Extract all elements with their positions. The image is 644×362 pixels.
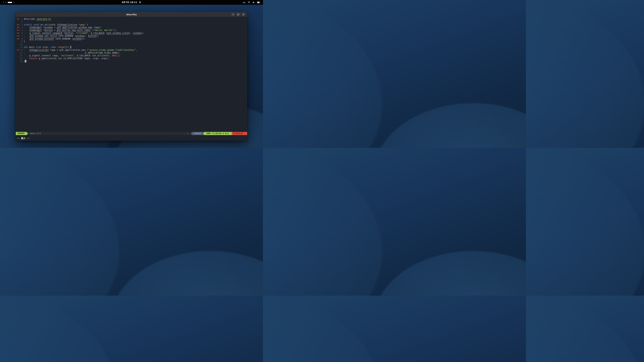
window-titlebar[interactable]: Alacritty − × <box>16 12 247 17</box>
code-text: ¦ gtk_window_present (GTK_WINDOW (window… <box>24 37 85 40</box>
code-text: int main (int argc, char *argv[]) { <box>24 46 72 49</box>
change-sign <box>16 51 19 54</box>
change-sign <box>16 43 19 46</box>
code-line[interactable]: 11int main (int argc, char *argv[]) { <box>16 46 247 49</box>
wifi-icon[interactable] <box>248 1 250 3</box>
code-text: ¦ g_signal_connect (app, "activate", G_C… <box>24 54 120 57</box>
cursor-position-label: 100% ☰:16/16 ≡ ℅:2 <box>204 132 230 135</box>
change-sign <box>16 46 19 49</box>
window-title: Alacritty <box>16 13 247 16</box>
code-line[interactable]: >>5¦ GtkWidget *button = gtk_button_new_… <box>16 29 247 32</box>
code-line[interactable]: >>12¦ GtkApplication *app = gtk_applicat… <box>16 49 247 51</box>
line-number: 4 <box>20 26 23 29</box>
workspace-dot[interactable] <box>5 2 6 3</box>
code-text: ¦ g_signal_connect_swapped (button, "cli… <box>24 32 144 34</box>
code-line[interactable]: >>6¦ g_signal_connect_swapped (button, "… <box>16 32 247 34</box>
change-sign: >> <box>16 32 20 34</box>
mode-indicator: INSERT <box>16 132 26 135</box>
code-text: ¦ gtk_window_set_child (GTK_WINDOW (wind… <box>24 34 99 37</box>
code-line[interactable]: >>3static void on_activate (GtkApplicati… <box>16 23 247 26</box>
powerline-separator <box>230 132 232 135</box>
change-sign: >> <box>16 29 20 32</box>
vim-statusline: INSERT main.c[+] c [unix] 100% ☰:16/16 ≡… <box>16 132 247 135</box>
alacritty-window: Alacritty − × >>1#include <gtk/gtk.h>2>>… <box>16 12 247 141</box>
fileformat-label: [unix] <box>192 132 203 135</box>
code-line[interactable]: 16} <box>16 60 247 63</box>
code-text: #include <gtk/gtk.h> <box>24 17 51 20</box>
line-number: 12 <box>20 49 23 51</box>
change-sign: >> <box>16 37 20 40</box>
line-number: 15 <box>19 57 22 60</box>
line-number: 5 <box>20 29 23 32</box>
code-text: ¦ GtkWidget *button = gtk_button_new_wit… <box>24 29 117 32</box>
code-line[interactable]: 10 <box>16 43 247 46</box>
code-line[interactable]: >>7¦ gtk_window_set_child (GTK_WINDOW (w… <box>16 34 247 37</box>
code-text: } <box>24 60 26 63</box>
system-status-area[interactable]: en <box>243 1 260 4</box>
change-sign <box>16 57 19 60</box>
top-bar: 9月7日 19:11 en <box>0 0 263 5</box>
line-number: 2 <box>19 20 22 23</box>
code-line[interactable]: 9} <box>16 40 247 43</box>
line-number: 10 <box>19 43 22 46</box>
change-sign <box>16 54 19 57</box>
line-number: 11 <box>19 46 22 49</box>
code-line[interactable]: 13¦ ¦ ¦ ¦ ¦ ¦ ¦ ¦ ¦ ¦ ¦ ¦G_APPLICATION_F… <box>16 51 247 54</box>
line-number: 6 <box>20 32 23 34</box>
vim-commandline: -- 插入 -- <box>16 135 247 141</box>
close-button[interactable]: × <box>242 13 245 16</box>
change-sign: >> <box>16 17 20 20</box>
clock-menu[interactable]: 9月7日 19:11 <box>122 1 141 4</box>
diagnostics-label: E:21(L1) <box>232 132 247 135</box>
line-number: 3 <box>20 23 23 26</box>
code-text: ¦ GtkApplication *app = gtk_application_… <box>24 49 137 51</box>
maximize-icon <box>238 14 239 15</box>
code-line[interactable]: 2 <box>16 20 247 23</box>
line-number: 9 <box>19 40 22 43</box>
change-sign: >> <box>16 26 20 29</box>
line-number: 1 <box>20 17 23 20</box>
filetype-label: c <box>187 132 188 135</box>
keyboard-layout-indicator[interactable]: en <box>243 1 246 4</box>
code-line[interactable]: >>1#include <gtk/gtk.h> <box>16 17 247 20</box>
change-sign <box>16 60 19 63</box>
code-line[interactable]: 14¦ g_signal_connect (app, "activate", G… <box>16 54 247 57</box>
filename-label: main.c[+] <box>30 132 41 135</box>
cursor-block <box>25 60 26 62</box>
code-text: } <box>24 40 25 43</box>
workspace-active-pill[interactable] <box>8 2 12 3</box>
clock-label: 9月7日 19:11 <box>122 1 137 4</box>
workspace-dot[interactable] <box>3 2 4 3</box>
powerline-separator <box>191 132 192 135</box>
line-number: 7 <box>20 34 23 37</box>
change-sign: >> <box>16 34 20 37</box>
code-line[interactable]: >>8¦ gtk_window_present (GTK_WINDOW (win… <box>16 37 247 40</box>
change-sign: >> <box>16 49 20 51</box>
minimize-button[interactable]: − <box>231 13 234 16</box>
volume-icon[interactable] <box>252 1 255 3</box>
line-number: 16 <box>19 60 22 63</box>
code-text: ¦ ¦ ¦ ¦ ¦ ¦ ¦ ¦ ¦ ¦ ¦ ¦G_APPLICATION_FLA… <box>24 51 120 54</box>
powerline-separator <box>203 132 204 135</box>
notifications-muted-icon <box>139 1 141 3</box>
change-sign <box>16 20 19 23</box>
code-text: ¦ return g_application_run (G_APPLICATIO… <box>24 57 110 60</box>
battery-icon[interactable] <box>257 1 260 3</box>
change-sign <box>16 40 19 43</box>
editor-lines: >>1#include <gtk/gtk.h>2>>3static void o… <box>16 17 247 63</box>
line-number: 13 <box>19 51 22 54</box>
line-number: 14 <box>19 54 22 57</box>
vim-editor[interactable]: >>1#include <gtk/gtk.h>2>>3static void o… <box>16 17 247 132</box>
code-line[interactable]: 15¦ return g_application_run (G_APPLICAT… <box>16 57 247 60</box>
code-text: static void on_activate (GtkApplication … <box>24 23 88 26</box>
maximize-button[interactable] <box>236 13 240 16</box>
workspace-dot[interactable] <box>14 2 14 3</box>
code-line[interactable]: >>4¦ GtkWidget *window = gtk_application… <box>16 26 247 29</box>
code-text: ¦ GtkWidget *window = gtk_application_wi… <box>24 26 102 29</box>
change-sign: >> <box>16 23 20 26</box>
line-number: 8 <box>20 37 23 40</box>
workspace-indicator[interactable] <box>3 2 14 3</box>
powerline-separator <box>26 132 28 135</box>
